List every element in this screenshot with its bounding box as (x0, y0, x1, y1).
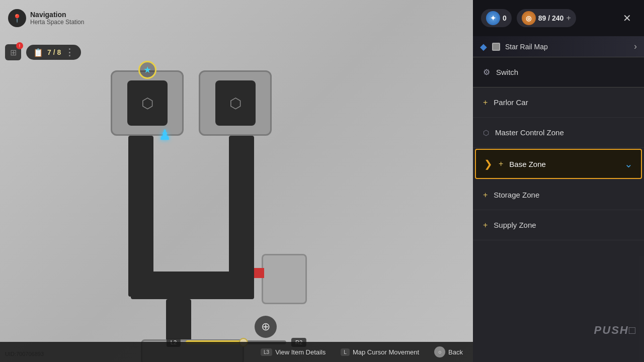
zone-item-switch[interactable]: ⚙ Switch (473, 57, 644, 87)
mission-count: 7 / 8 (47, 48, 61, 56)
zone-storage-label: Storage Zone (494, 191, 539, 199)
blue-currency-val: 0 (503, 14, 507, 22)
mission-menu[interactable]: ⋮ (65, 47, 74, 58)
orange-currency-val: 89 / 240 (538, 14, 564, 22)
l-btn[interactable]: L (341, 348, 350, 356)
bottom-hud: L3 View Item Details L Map Cursor Moveme… (0, 342, 473, 362)
switch-icon: ⚙ (483, 67, 490, 77)
room-right-icon: ⬡ (229, 95, 242, 112)
sidebar-topbar: ✦ 0 ◎ 89 / 240 + ✕ (473, 0, 644, 36)
zone-item-master-control[interactable]: ⬡ Master Control Zone (473, 118, 644, 148)
zone-list: ⚙ Switch + Parlor Car ⬡ Master Control Z… (473, 57, 644, 362)
top-left-icons: ⊞ ! 📋 7 / 8 ⋮ (5, 44, 81, 60)
close-button[interactable]: ✕ (618, 9, 636, 27)
inventory-icon[interactable]: ⊞ ! (5, 44, 21, 60)
blue-currency: ✦ 0 (481, 9, 512, 27)
view-item-label: View Item Details (275, 348, 326, 356)
nav-text: Navigation Herta Space Station (30, 11, 84, 26)
player-marker: ★ (138, 61, 156, 79)
zone-item-parlor-car[interactable]: + Parlor Car (473, 87, 644, 118)
mission-icon: 📋 (33, 48, 43, 57)
star-rail-arrow-icon: › (634, 41, 637, 52)
push-logo: PUSH□ (594, 324, 636, 337)
blue-currency-symbol: ✦ (490, 14, 496, 22)
hud-view-item: L3 View Item Details (261, 348, 326, 356)
player-figure: ♟ (158, 127, 171, 143)
supply-bullet-icon: + (483, 221, 488, 230)
room-left-inner: ⬡ (127, 80, 168, 126)
storage-bullet-icon: + (483, 191, 488, 200)
nav-panel: 📍 Navigation Herta Space Station (8, 9, 84, 27)
room-right: ⬡ (199, 70, 272, 136)
map-area: 📍 Navigation Herta Space Station ⊞ ! 📋 7… (0, 0, 473, 362)
active-arrow-icon: ❯ (484, 158, 493, 170)
orange-currency-symbol: ◎ (526, 15, 531, 22)
room-left: ★ ⬡ (111, 70, 184, 136)
floor-plan: ★ ⬡ ♟ ⬡ (101, 70, 292, 312)
room-left-icon: ⬡ (141, 95, 153, 112)
base-zone-chevron-icon: ⌄ (624, 158, 633, 170)
zone-item-base-zone[interactable]: ❯ + Base Zone ⌄ (475, 149, 642, 179)
currency-plus[interactable]: + (566, 14, 571, 23)
parlor-bullet-icon: + (483, 98, 488, 107)
side-room (262, 254, 307, 304)
star-rail-diamond-icon: ◆ (480, 41, 487, 52)
orange-currency-icon: ◎ (522, 11, 536, 25)
base-zone-bullet: + (499, 159, 503, 168)
zone-item-storage[interactable]: + Storage Zone (473, 180, 644, 210)
hud-cursor: L Map Cursor Movement (341, 348, 419, 356)
player-circle: ★ (138, 61, 156, 79)
room-right-inner: ⬡ (215, 80, 256, 126)
zone-supply-label: Supply Zone (494, 221, 536, 229)
orange-currency: ◎ 89 / 240 + (517, 9, 576, 27)
l3-btn[interactable]: L3 (261, 348, 272, 356)
master-bullet-icon: ⬡ (483, 129, 489, 137)
inventory-icons: ⊞ ! (5, 44, 21, 60)
blue-currency-icon: ✦ (486, 11, 500, 25)
zone-parlor-car-label: Parlor Car (494, 98, 528, 107)
zone-item-supply[interactable]: + Supply Zone (473, 210, 644, 240)
player-star-icon: ★ (143, 64, 151, 75)
mission-counter[interactable]: 📋 7 / 8 ⋮ (26, 45, 81, 60)
nav-icon: 📍 (8, 9, 26, 27)
zone-base-zone-label: Base Zone (509, 160, 546, 168)
hud-back: ○ Back (434, 346, 463, 357)
corridor-merge (131, 272, 254, 299)
nav-subtitle: Herta Space Station (30, 19, 84, 26)
back-label: Back (448, 348, 463, 356)
circle-btn[interactable]: ○ (434, 346, 445, 357)
inventory-badge: ! (16, 42, 23, 49)
star-rail-square-icon (492, 43, 500, 51)
sidebar: ✦ 0 ◎ 89 / 240 + ✕ ◆ Star Rail Map › ⚙ S… (473, 0, 644, 362)
star-rail-map-button[interactable]: ◆ Star Rail Map › (473, 36, 644, 57)
side-room-connector (254, 268, 264, 278)
compass: ⊕ (255, 316, 277, 338)
star-rail-label: Star Rail Map (505, 43, 629, 51)
corridor-right (229, 136, 254, 277)
cursor-label: Map Cursor Movement (353, 348, 419, 356)
zone-switch-label: Switch (496, 68, 518, 76)
nav-title: Navigation (30, 11, 84, 19)
zone-master-control-label: Master Control Zone (495, 128, 564, 137)
currency-group: ✦ 0 ◎ 89 / 240 + (481, 9, 576, 27)
